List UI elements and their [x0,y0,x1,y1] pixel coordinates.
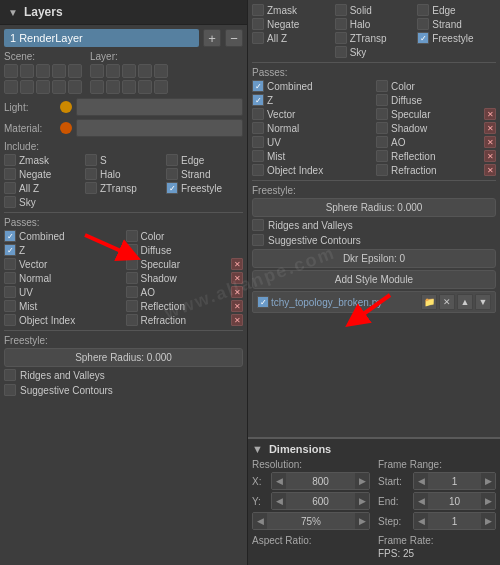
right-freestyle-cb[interactable] [417,32,429,44]
module-down-button[interactable]: ▼ [475,294,491,310]
right-dkr-epsilon-button[interactable]: Dkr Epsilon: 0 [252,249,496,268]
include-freestyle[interactable]: Freestyle [166,182,243,194]
include-zmask-checkbox[interactable] [4,154,16,166]
right-zmask-cb[interactable] [252,4,264,16]
resolution-y-dec[interactable]: ◀ [272,493,286,509]
layer-dot-7[interactable] [106,80,120,94]
include-sky-checkbox[interactable] [4,196,16,208]
remove-render-layer-button[interactable]: − [225,29,243,47]
right-edge-cb[interactable] [417,4,429,16]
pass-color-cb[interactable] [126,230,138,242]
pass-vector-cb[interactable] [4,258,16,270]
scene-dot-10[interactable] [68,80,82,94]
pass-diffuse-cb[interactable] [126,244,138,256]
pass-objindex-cb[interactable] [4,314,16,326]
include-zmask[interactable]: Zmask [4,154,81,166]
right-strand[interactable]: Strand [417,18,496,30]
pass-specular-cb[interactable] [126,258,138,270]
right-pass-shadow-x[interactable]: ✕ [484,122,496,134]
pass-shadow-cb[interactable] [126,272,138,284]
left-suggestive-cb[interactable] [4,384,16,396]
render-layer-item[interactable]: 1 RenderLayer [4,29,199,47]
module-up-button[interactable]: ▲ [457,294,473,310]
right-sky[interactable]: Sky [335,46,414,58]
include-strand[interactable]: Strand [166,168,243,180]
right-pass-uv-cb[interactable] [252,136,264,148]
right-negate-cb[interactable] [252,18,264,30]
right-pass-combined-cb[interactable] [252,80,264,92]
pass-reflection-cb[interactable] [126,300,138,312]
right-pass-reflection-cb[interactable] [376,150,388,162]
right-pass-refraction-cb[interactable] [376,164,388,176]
right-pass-mist-cb[interactable] [252,150,264,162]
left-sphere-radius-button[interactable]: Sphere Radius: 0.000 [4,348,243,367]
right-solid-cb[interactable] [335,4,347,16]
add-render-layer-button[interactable]: + [203,29,221,47]
right-pass-specular-cb[interactable] [376,108,388,120]
layer-dot-5[interactable] [154,64,168,78]
layer-dot-8[interactable] [122,80,136,94]
layer-dot-4[interactable] [138,64,152,78]
include-ztransp-checkbox[interactable] [85,182,97,194]
include-edge-checkbox[interactable] [166,154,178,166]
right-pass-vector-cb[interactable] [252,108,264,120]
resolution-y-inc[interactable]: ▶ [355,493,369,509]
module-file-input[interactable] [271,297,419,308]
pass-uv-cb[interactable] [4,286,16,298]
include-edge[interactable]: Edge [166,154,243,166]
include-ztransp[interactable]: ZTransp [85,182,162,194]
scene-dot-8[interactable] [36,80,50,94]
frame-start-stepper[interactable]: ◀ 1 ▶ [413,472,496,490]
resolution-y-stepper[interactable]: ◀ 600 ▶ [271,492,370,510]
pass-ao-x[interactable]: ✕ [231,286,243,298]
left-ridges-cb[interactable] [4,369,16,381]
module-enable-cb[interactable] [257,296,269,308]
pass-z-cb[interactable] [4,244,16,256]
include-s-checkbox[interactable] [85,154,97,166]
frame-step-stepper[interactable]: ◀ 1 ▶ [413,512,496,530]
right-pass-reflection-x[interactable]: ✕ [484,150,496,162]
right-solid[interactable]: Solid [335,4,414,16]
right-allz[interactable]: All Z [252,32,331,44]
right-pass-specular-x[interactable]: ✕ [484,108,496,120]
resolution-x-dec[interactable]: ◀ [272,473,286,489]
right-pass-ao-x[interactable]: ✕ [484,136,496,148]
right-ztransp-cb[interactable] [335,32,347,44]
scene-dot-6[interactable] [4,80,18,94]
layer-dot-3[interactable] [122,64,136,78]
right-freestyle-cb-item[interactable]: Freestyle [417,32,496,44]
resolution-x-inc[interactable]: ▶ [355,473,369,489]
pass-refraction-cb[interactable] [126,314,138,326]
scene-dot-2[interactable] [20,64,34,78]
layer-dot-6[interactable] [90,80,104,94]
include-allz-checkbox[interactable] [4,182,16,194]
pass-combined-cb[interactable] [4,230,16,242]
include-sky[interactable]: Sky [4,196,81,208]
frame-start-dec[interactable]: ◀ [414,473,428,489]
scene-dot-7[interactable] [20,80,34,94]
module-x-button[interactable]: ✕ [439,294,455,310]
frame-step-dec[interactable]: ◀ [414,513,428,529]
include-allz[interactable]: All Z [4,182,81,194]
module-folder-button[interactable]: 📁 [421,294,437,310]
layer-dot-1[interactable] [90,64,104,78]
include-halo[interactable]: Halo [85,168,162,180]
right-add-style-module-button[interactable]: Add Style Module [252,270,496,289]
resolution-percent-inc[interactable]: ▶ [355,513,369,529]
right-strand-cb[interactable] [417,18,429,30]
right-negate[interactable]: Negate [252,18,331,30]
dimensions-triangle-icon[interactable]: ▼ [252,443,263,455]
right-sphere-radius-button[interactable]: Sphere Radius: 0.000 [252,198,496,217]
resolution-x-stepper[interactable]: ◀ 800 ▶ [271,472,370,490]
collapse-triangle-icon[interactable]: ▼ [8,7,18,18]
right-halo[interactable]: Halo [335,18,414,30]
layer-dot-9[interactable] [138,80,152,94]
right-pass-refraction-x[interactable]: ✕ [484,164,496,176]
right-allz-cb[interactable] [252,32,264,44]
scene-dot-1[interactable] [4,64,18,78]
resolution-percent-stepper[interactable]: ◀ 75% ▶ [252,512,370,530]
right-zmask[interactable]: Zmask [252,4,331,16]
frame-end-inc[interactable]: ▶ [481,493,495,509]
pass-shadow-x[interactable]: ✕ [231,272,243,284]
include-negate[interactable]: Negate [4,168,81,180]
